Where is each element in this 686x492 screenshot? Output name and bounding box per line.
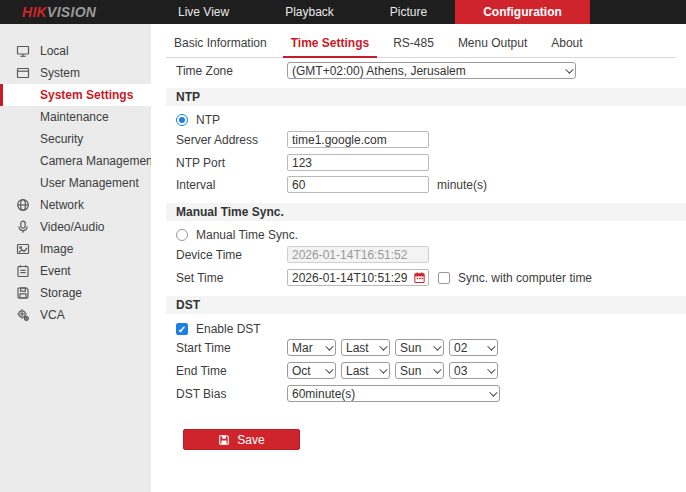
nav-picture[interactable]: Picture: [362, 0, 455, 24]
sidebar-item-maintenance[interactable]: Maintenance: [0, 106, 151, 128]
hikvision-config-page: HIKVISION Live View Playback Picture Con…: [0, 0, 686, 492]
dst-end-hour-value: 03: [454, 364, 482, 378]
set-time-label: Set Time: [176, 271, 287, 285]
nav-live-view[interactable]: Live View: [150, 0, 257, 24]
sidebar-item-label: Maintenance: [40, 110, 109, 124]
ntp-port-input[interactable]: [287, 154, 429, 171]
sidebar-item-local[interactable]: Local: [0, 40, 151, 62]
microphone-icon: [16, 220, 30, 234]
dst-end-label: End Time: [176, 364, 287, 378]
dst-start-hour-select[interactable]: 02: [449, 339, 498, 356]
save-button-label: Save: [237, 433, 264, 447]
dst-bias-select[interactable]: 60minute(s): [287, 385, 500, 402]
ntp-radio-row: NTP: [176, 111, 686, 128]
dst-end-hour-select[interactable]: 03: [449, 362, 498, 379]
chevron-down-icon: [489, 388, 497, 396]
sidebar-item-label: Storage: [40, 286, 82, 300]
chevron-down-icon: [325, 365, 333, 373]
sidebar-item-label: Video/Audio: [40, 220, 105, 234]
calendar-picker-icon[interactable]: [413, 271, 426, 284]
dst-end-row: End Time Oct Last Sun 03: [176, 362, 686, 379]
main-nav: Live View Playback Picture Configuration: [150, 0, 590, 24]
interval-unit: minute(s): [437, 178, 487, 192]
sidebar-item-system[interactable]: System: [0, 62, 151, 84]
time-zone-value: (GMT+02:00) Athens, Jerusalem: [292, 64, 560, 78]
manual-sync-radio-label: Manual Time Sync.: [196, 228, 298, 242]
sidebar-item-camera-management[interactable]: Camera Management: [0, 150, 151, 172]
top-header-bar: HIKVISION Live View Playback Picture Con…: [0, 0, 686, 24]
sidebar-item-security[interactable]: Security: [0, 128, 151, 150]
dst-start-day-value: Sun: [400, 341, 428, 355]
sidebar-item-label: Network: [40, 198, 84, 212]
set-time-input[interactable]: 2026-01-14T10:51:29: [287, 269, 429, 286]
system-window-icon: [16, 66, 30, 80]
time-zone-label: Time Zone: [176, 64, 287, 78]
hikvision-logo: HIKVISION: [22, 0, 96, 24]
dst-end-day-value: Sun: [400, 364, 428, 378]
device-time-row: Device Time: [176, 246, 686, 263]
dst-start-week-value: Last: [346, 341, 374, 355]
chevron-down-icon: [379, 365, 387, 373]
sidebar-item-label: Image: [40, 242, 73, 256]
dst-bias-label: DST Bias: [176, 387, 287, 401]
enable-dst-checkbox[interactable]: ✓: [176, 323, 188, 335]
dst-end-week-select[interactable]: Last: [341, 362, 390, 379]
dst-start-label: Start Time: [176, 341, 287, 355]
time-zone-select[interactable]: (GMT+02:00) Athens, Jerusalem: [287, 62, 576, 79]
interval-row: Interval minute(s): [176, 176, 686, 193]
sidebar-item-video-audio[interactable]: Video/Audio: [0, 216, 151, 238]
dst-end-month-select[interactable]: Oct: [287, 362, 336, 379]
sidebar-item-user-management[interactable]: User Management: [0, 172, 151, 194]
sidebar-item-network[interactable]: Network: [0, 194, 151, 216]
dst-start-week-select[interactable]: Last: [341, 339, 390, 356]
tab-time-settings[interactable]: Time Settings: [283, 34, 377, 58]
save-button[interactable]: Save: [183, 429, 300, 450]
manual-sync-radio[interactable]: [176, 229, 188, 241]
tab-menu-output[interactable]: Menu Output: [450, 34, 535, 57]
sync-computer-time-checkbox[interactable]: [438, 272, 450, 284]
chevron-down-icon: [379, 342, 387, 350]
sync-computer-time-label: Sync. with computer time: [458, 271, 592, 285]
nav-configuration[interactable]: Configuration: [455, 0, 590, 24]
dst-start-day-select[interactable]: Sun: [395, 339, 444, 356]
enable-dst-label: Enable DST: [196, 322, 261, 336]
dst-start-row: Start Time Mar Last Sun 02: [176, 339, 686, 356]
sidebar-item-vca[interactable]: VCA: [0, 304, 151, 326]
server-address-input[interactable]: [287, 131, 429, 148]
dst-end-day-select[interactable]: Sun: [395, 362, 444, 379]
tab-basic-information[interactable]: Basic Information: [166, 34, 275, 57]
sidebar-item-image[interactable]: Image: [0, 238, 151, 260]
sidebar-item-label: System Settings: [40, 88, 133, 102]
ntp-radio-label: NTP: [196, 113, 220, 127]
chevron-down-icon: [325, 342, 333, 350]
nav-playback[interactable]: Playback: [257, 0, 362, 24]
chevron-down-icon: [565, 65, 573, 73]
sidebar-item-event[interactable]: Event: [0, 260, 151, 282]
sidebar-item-system-settings[interactable]: System Settings: [0, 84, 151, 106]
manual-sync-section-title: Manual Time Sync.: [176, 205, 284, 219]
dst-start-month-select[interactable]: Mar: [287, 339, 336, 356]
dst-start-month-value: Mar: [292, 341, 320, 355]
sidebar: Local System System Settings Maintenance…: [0, 24, 151, 492]
chevron-down-icon: [487, 342, 495, 350]
logo-hik: HIK: [22, 4, 47, 20]
sidebar-item-label: Local: [40, 44, 69, 58]
sidebar-item-label: Event: [40, 264, 71, 278]
chevron-down-icon: [487, 365, 495, 373]
manual-sync-radio-row: Manual Time Sync.: [176, 226, 686, 243]
sidebar-item-storage[interactable]: Storage: [0, 282, 151, 304]
ntp-port-label: NTP Port: [176, 156, 287, 170]
device-time-label: Device Time: [176, 248, 287, 262]
tab-rs-485[interactable]: RS-485: [385, 34, 442, 57]
set-time-value: 2026-01-14T10:51:29: [292, 271, 413, 285]
interval-input[interactable]: [287, 176, 429, 193]
tab-about[interactable]: About: [543, 34, 590, 57]
ntp-section-title: NTP: [176, 90, 200, 104]
monitor-icon: [16, 44, 30, 58]
sidebar-item-label: System: [40, 66, 80, 80]
dst-end-month-value: Oct: [292, 364, 320, 378]
sidebar-item-label: Security: [40, 132, 83, 146]
chevron-down-icon: [433, 342, 441, 350]
ntp-radio[interactable]: [176, 114, 188, 126]
chevron-down-icon: [433, 365, 441, 373]
